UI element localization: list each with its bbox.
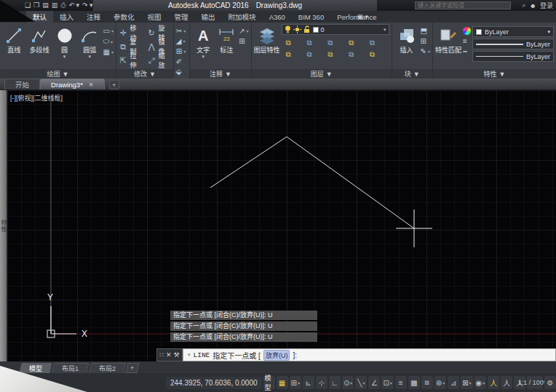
undo-option-chip[interactable]: 放弃(U) [263,350,290,361]
layer-lock-icon[interactable]: ⧉ [349,39,364,47]
layer-merge-icon[interactable]: ⧉ [370,50,385,59]
ribbon-tab[interactable]: 输出 [195,11,222,23]
linetype-list-button[interactable]: ┅ [463,47,471,55]
tab-layout2[interactable]: 布局2 [89,363,127,373]
layer-freeze-icon[interactable]: ⧉ [327,39,343,47]
layer-properties-button[interactable]: 图层特性 [254,24,280,68]
trim-icon[interactable]: ✂ ▾ [176,27,186,35]
selection-cycling-icon[interactable]: ⧈ [421,376,433,389]
tab-model[interactable]: 模型 [20,363,52,373]
panel-layers-footer[interactable]: 图层▼ [252,69,392,79]
transparency-icon[interactable]: ▩ [408,376,420,389]
dock-grip-handle[interactable]: ∷ [159,351,164,359]
panel-modify-footer[interactable]: 修改▼ [116,69,173,79]
file-tab-drawing3[interactable]: Drawing3* ✕ [40,79,105,89]
search-input[interactable] [416,2,510,9]
ribbon-tab[interactable]: 注释 [80,11,107,23]
panel-draw-footer[interactable]: 绘图▼ [0,69,116,79]
text-button[interactable]: A 文字 ▼ [192,24,214,68]
help-search-box[interactable] [415,1,511,9]
multileader-icon[interactable]: ↗ ▾ [239,27,248,35]
infer-constraints-icon[interactable]: ⊾ [303,376,314,389]
ribbon-tab[interactable]: 管理 [168,11,195,23]
erase-icon[interactable]: ✐ [176,57,186,65]
linetype-dropdown[interactable]: ByLayer [472,51,554,62]
dimension-button[interactable]: 22 标注 [215,24,237,68]
ribbon-tab[interactable]: 默认 [26,11,53,23]
create-block-icon[interactable]: ⊞ [421,37,430,45]
annotation-visibility-icon[interactable]: 人 [488,376,499,389]
layer-unlock-icon[interactable] [303,25,311,33]
plot-icon[interactable]: ⎙ [60,0,65,11]
polar-tracking-icon[interactable]: ⊙ ▾ [342,376,354,389]
new-tab-button[interactable]: + [109,80,119,89]
drawing-canvas[interactable]: [-][俯视][二维线框] XY 指定下一点或 [闭合(C)/放弃(U)]: U… [7,90,556,361]
arc-flyout-arrow[interactable]: ▼ [87,55,92,59]
scale-button[interactable]: ⤢缩放 [147,54,171,67]
layer-unisolate-icon[interactable]: ⧉ [349,50,364,59]
array-icon[interactable]: ⊞ ▾ [176,47,186,55]
model-paper-toggle[interactable]: 模型 [263,376,275,389]
dynamic-input-icon[interactable]: ⊹ [316,376,327,389]
panel-properties-footer[interactable]: 特性▼ [433,69,556,79]
ribbon-tab[interactable]: 插入 [53,11,80,23]
gizmo-icon[interactable]: ◉ ▾ [474,376,487,389]
circle-flyout-arrow[interactable]: ▼ [63,55,67,59]
ribbon-tab[interactable]: A360 [263,11,292,23]
layer-thaw-icon[interactable] [293,25,301,33]
grid-display-icon[interactable]: ▦ [277,376,288,389]
undo-icon[interactable]: ↶ ▾ [68,0,79,11]
object-color-dropdown[interactable]: ByLayer ▾ [472,26,554,37]
3d-object-snap-icon[interactable]: ⊛ ▾ [434,376,446,389]
lineweight-dropdown[interactable]: ByLayer [472,39,554,49]
open-file-icon[interactable]: ❒ [33,0,39,11]
ribbon-tab[interactable]: BIM 360 [292,11,330,23]
edit-block-icon[interactable]: ⬒ [421,27,430,35]
customization-gear-icon[interactable]: ⚙ [544,376,556,389]
fillet-icon[interactable]: ◢ ▾ [176,37,186,45]
command-input-line[interactable]: ▾ LINE 指定下一点或 [ 放弃(U) ]: [183,348,556,361]
stretch-button[interactable]: ⇱拉伸 [119,54,143,67]
save-as-icon[interactable]: ▥ [52,0,58,11]
lineweight-list-button[interactable]: ≡ [463,37,471,45]
tab-layout1[interactable]: 布局1 [52,363,90,373]
rectangle-button[interactable]: ▭▾ [103,27,114,35]
layer-current-icon[interactable]: ⧉ [286,50,301,59]
table-icon[interactable]: ⊞ [239,37,248,45]
ribbon-tab[interactable]: 参数化 [107,11,141,23]
ribbon-tab[interactable]: 附加模块 [222,11,263,23]
sign-in-button[interactable]: 登录 [540,1,553,10]
dynamic-ucs-icon[interactable]: ⊿ [448,376,459,389]
close-command-icon[interactable]: ✕ [166,351,172,359]
polyline-button[interactable]: 多段线 [28,24,52,68]
layer-isolate-icon[interactable]: ⧉ [306,39,322,47]
new-file-icon[interactable]: ❑ [25,0,31,11]
ribbon-display-options-icon[interactable]: ▣ ▾ [357,11,368,23]
match-properties-button[interactable]: 特性匹配 [435,24,461,68]
explode-icon[interactable]: ⬙ [176,68,186,76]
layer-on-icon[interactable] [285,25,291,33]
panel-block-footer[interactable]: 块▼ [392,69,432,79]
save-icon[interactable]: ▤ [42,0,49,11]
autoscale-icon[interactable]: 人 [501,376,512,389]
arc-button[interactable]: 圆弧 ▼ [78,24,102,68]
ribbon-tab[interactable]: 视图 [141,11,168,23]
ellipse-button[interactable]: ⬭▾ [103,37,114,46]
snap-mode-icon[interactable]: ⊞ ▾ [290,376,301,389]
layer-unlock-icon[interactable]: ⧉ [327,50,343,59]
annotation-scale-button[interactable]: 1:1 / 100% ▾ [527,376,543,389]
close-tab-icon[interactable]: ✕ [89,81,94,88]
layer-off-icon[interactable]: ⧉ [286,39,301,47]
circle-button[interactable]: 圆 ▼ [52,24,76,68]
hatch-button[interactable]: ▦▾ [103,48,114,56]
exchange-search-icon[interactable]: ⌕ [522,1,525,9]
redo-icon[interactable]: ↷ ▾ [82,0,93,11]
layer-match-icon[interactable]: ⧉ [370,39,385,47]
new-layout-button[interactable]: + [126,363,140,373]
selection-filtering-icon[interactable]: ⊠ ▾ [461,376,472,389]
lineweight-icon[interactable]: ≡ [395,376,407,389]
define-attributes-icon[interactable]: ✎ ▾ [421,47,430,55]
ortho-mode-icon[interactable]: ∟ [329,376,341,389]
layer-dropdown-arrow[interactable]: ▾ [384,27,386,33]
recent-commands-icon[interactable]: ▾ [188,352,191,358]
